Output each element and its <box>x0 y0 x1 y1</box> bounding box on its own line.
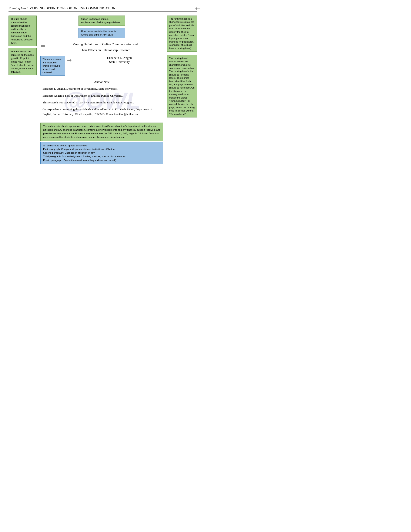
author-arrow-icon: ➡ <box>67 57 72 64</box>
page-container: ← Running head: VARYING DEFINITIONS OF O… <box>0 0 206 266</box>
author-annotation: The author's name and institution should… <box>40 56 163 76</box>
author-row: The author's name and institution should… <box>40 56 163 76</box>
author-note-body: Elizabeth L. Angeli, Department of Psych… <box>40 86 163 116</box>
author-note-title: Author Note <box>40 80 163 84</box>
running-head-label: Running head: <box>9 6 29 10</box>
bottom-blue-line-item: Fourth paragraph: Contact information (m… <box>43 159 161 162</box>
top-annotation-boxes: Green text boxes contain explanations of… <box>40 16 163 38</box>
institution-name: State University <box>109 60 130 64</box>
back-arrow-icon: ← <box>194 4 202 12</box>
top-blue-directions-box: Blue boxes contain directions for writin… <box>78 28 125 38</box>
left-title-format-box: The title should be centered on the page… <box>9 48 37 76</box>
author-note-p3: This research was supported in part by a… <box>43 100 161 105</box>
top-green-explanation-box: Green text boxes contain explanations of… <box>78 16 125 26</box>
author-note-p2: Elizabeth Angeli is now at Department of… <box>43 94 161 98</box>
paper-title-line2: Their Effects on Relationship Research <box>47 48 163 53</box>
right-running-head-explain-box: The running head is a shortened version … <box>167 16 197 52</box>
author-block: Elizabeth L. Angeli State University <box>75 56 163 64</box>
content-area: The title should summarize the paper's m… <box>9 16 197 164</box>
left-sidebar: The title should summarize the paper's m… <box>9 16 38 164</box>
author-annotation-box: The author's name and institution should… <box>40 56 65 76</box>
bottom-blue-box: An author note should appear as follows:… <box>40 142 163 164</box>
bottom-green-box: The author note should appear on printed… <box>40 123 163 141</box>
bottom-blue-line-item: First paragraph: Complete departmental a… <box>43 147 161 151</box>
right-sidebar: The running head is a shortened version … <box>166 16 197 164</box>
title-arrow-icon: ➡ <box>40 42 45 49</box>
bottom-blue-line-item: Third paragraph: Acknowledgments, fundin… <box>43 155 161 158</box>
paper-title-row: ➡ Varying Definitions of Online Communic… <box>40 42 163 55</box>
page-header: Running head: VARYING DEFINITIONS OF ONL… <box>9 6 197 12</box>
author-name: Elizabeth L. Angeli <box>107 56 132 60</box>
main-content: Green text boxes contain explanations of… <box>38 16 166 164</box>
bottom-blue-line-item: Second paragraph: Changes in affiliation… <box>43 151 161 155</box>
author-note-p4: Correspondence concerning this article s… <box>43 107 161 117</box>
running-head: Running head: VARYING DEFINITIONS OF ONL… <box>9 6 115 10</box>
author-note-p1: Elizabeth L. Angeli, Department of Psych… <box>43 86 161 91</box>
paper-title-line1: Varying Definitions of Online Communicat… <box>47 42 163 47</box>
right-running-head-rules-box: The running head cannot exceed 50 charac… <box>167 55 197 117</box>
bottom-annotation-boxes: The author note should appear on printed… <box>40 123 163 164</box>
bottom-blue-line-header: An author note should appear as follows: <box>43 144 161 147</box>
author-note-section: Author Note Elizabeth L. Angeli, Departm… <box>40 80 163 119</box>
running-head-title-text: VARYING DEFINITIONS OF ONLINE COMMUNICAT… <box>29 6 115 10</box>
left-title-summary-box: The title should summarize the paper's m… <box>9 16 37 46</box>
paper-title-section: Varying Definitions of Online Communicat… <box>47 42 163 53</box>
